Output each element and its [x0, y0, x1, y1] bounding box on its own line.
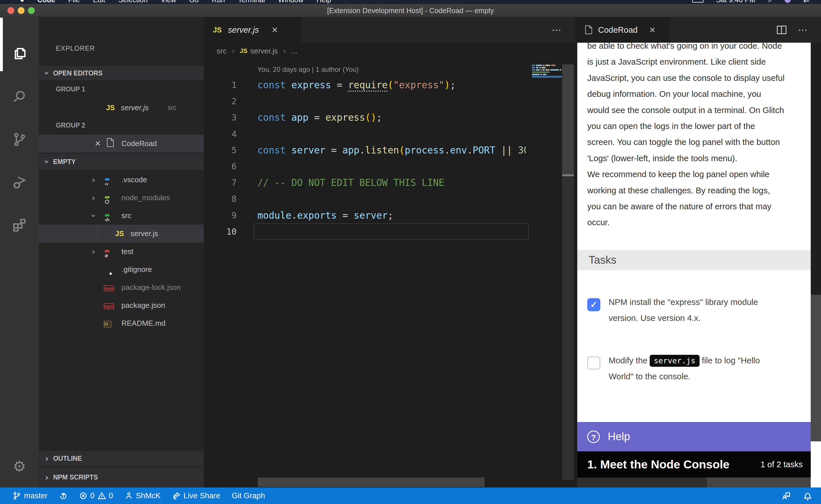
split-editor-icon[interactable] [777, 26, 787, 34]
webview-horizontal-scrollbar[interactable] [577, 478, 811, 487]
control-center-icon[interactable]: ⇄ [803, 0, 810, 4]
tree-item-label: server.js [130, 229, 158, 238]
code-line-9[interactable]: module.exports = server; [258, 207, 526, 224]
close-icon[interactable]: ✕ [271, 25, 278, 35]
search-icon[interactable] [0, 77, 39, 116]
line-number: 2 [204, 93, 237, 109]
code-token: ; [376, 112, 382, 123]
npm-icon: npm [104, 285, 114, 291]
tree-item-package-lock[interactable]: npm package-lock.json [39, 278, 204, 296]
tab-coderoad[interactable]: CodeRoad ✕ [575, 17, 670, 43]
code-token: express [325, 112, 365, 123]
menu-item-help[interactable]: Help [317, 0, 331, 4]
close-icon[interactable]: ✕ [649, 25, 656, 35]
open-editor-server-js[interactable]: JS server.js src [39, 99, 204, 117]
tree-item-src[interactable]: › ‹/› src [39, 207, 204, 225]
checkbox-empty-icon[interactable] [587, 357, 600, 370]
editor-vertical-scrollbar[interactable] [562, 64, 574, 480]
tree-item-label: test [121, 247, 133, 256]
folder-section-header[interactable]: › EMPTY [39, 154, 204, 170]
scrollbar-thumb[interactable] [811, 295, 821, 441]
chevron-right-icon: › [283, 47, 286, 55]
menu-item-selection[interactable]: Selection [118, 0, 148, 4]
spotlight-icon[interactable]: ⌕ [768, 0, 772, 4]
tree-item-server-js[interactable]: JS server.js [39, 225, 204, 243]
menu-item-edit[interactable]: Edit [93, 0, 105, 4]
source-control-icon[interactable] [0, 120, 39, 159]
code-line-10[interactable] [258, 224, 526, 240]
code-token: exports [297, 210, 337, 221]
user-account-status[interactable]: ShMcK [124, 491, 161, 500]
tree-item-readme[interactable]: M↓ README.md [39, 314, 204, 332]
task-text: NPM install the "express" library module… [608, 294, 797, 326]
checkbox-checked-icon[interactable]: ✓ [587, 298, 600, 311]
macos-menu-bar[interactable]: ●CodeFileEditSelectionViewGoRunTerminalW… [0, 0, 821, 4]
coderoad-panel: CodeRoad ✕ ⋯ be able to check what's goi… [575, 17, 821, 487]
code-line-1[interactable]: const express = require("express"); [258, 77, 526, 93]
problems-status[interactable]: 0 0 [79, 491, 113, 500]
gear-icon[interactable]: ⚙ [0, 452, 39, 481]
notifications-bell-icon[interactable] [803, 491, 812, 501]
menu-item-window[interactable]: Window [278, 0, 303, 4]
menu-item-view[interactable]: View [161, 0, 176, 4]
tree-item-test[interactable]: › ⌀ test [39, 243, 204, 261]
more-actions-icon[interactable]: ⋯ [551, 24, 562, 36]
git-branch-status[interactable]: master [13, 491, 48, 500]
editor-horizontal-scrollbar[interactable] [258, 478, 485, 487]
apple-menu-icon[interactable]: ● [20, 0, 24, 4]
npm-scripts-section-header[interactable]: › NPM SCRIPTS [39, 467, 204, 487]
outline-section-header[interactable]: › OUTLINE [39, 450, 204, 466]
live-share-button[interactable]: Live Share [172, 491, 221, 500]
menu-item-run[interactable]: Run [212, 0, 225, 4]
menu-item-terminal[interactable]: Terminal [238, 0, 265, 4]
breadcrumb[interactable]: src › JS server.js › ... [204, 43, 575, 59]
sidebar-title: EXPLORER [56, 42, 95, 55]
js-icon: JS [115, 230, 124, 238]
tree-item-package-json[interactable]: npm package.json [39, 296, 204, 314]
code-line-8[interactable] [258, 191, 526, 207]
code-editor[interactable]: You, 20 days ago | 1 author (You) 123456… [204, 59, 575, 487]
code-line-4[interactable] [258, 126, 526, 142]
help-section-header[interactable]: ? Help [577, 422, 811, 451]
tree-item-node-modules[interactable]: › ⬡ node_modules [39, 189, 204, 207]
code-line-5[interactable]: const server = app.listen(process.env.PO… [258, 142, 526, 158]
menu-item-file[interactable]: File [68, 0, 80, 4]
breadcrumb-src[interactable]: src [217, 47, 227, 56]
code-token: app [291, 112, 309, 123]
group-1-label: GROUP 1 [56, 85, 85, 93]
explorer-icon[interactable] [0, 35, 39, 73]
git-graph-button[interactable]: Git Graph [232, 491, 265, 500]
code-line-7[interactable]: // -- DO NOT EDIT BELOW THIS LINE [258, 175, 526, 191]
run-debug-icon[interactable] [0, 163, 39, 202]
npm-scripts-label: NPM SCRIPTS [53, 474, 98, 481]
breadcrumb-symbol[interactable]: ... [291, 47, 297, 56]
open-editor-coderoad[interactable]: ✕ CodeRoad [39, 135, 204, 153]
editor-group-1: GROUP 1 [39, 80, 204, 98]
code-line-2[interactable] [258, 93, 526, 109]
code-line-3[interactable]: const app = express(); [258, 109, 526, 126]
menu-item-code[interactable]: Code [37, 0, 55, 4]
tree-item-label: .gitignore [121, 265, 152, 274]
webview-vertical-scrollbar[interactable] [811, 43, 821, 487]
code-line-6[interactable] [258, 158, 526, 175]
scrollbar-thumb[interactable] [562, 64, 574, 175]
menu-item-go[interactable]: Go [189, 0, 199, 4]
tree-item-gitignore[interactable]: .gitignore [39, 261, 204, 278]
extensions-icon[interactable] [0, 206, 39, 244]
lesson-footer-bar[interactable]: 1. Meet the Node Console 1 of 2 tasks [577, 451, 811, 478]
tree-item-vscode[interactable]: › ‹› .vscode [39, 171, 204, 189]
close-icon[interactable]: ✕ [95, 139, 101, 148]
more-actions-icon[interactable]: ⋯ [798, 24, 808, 36]
sync-changes-button[interactable] [59, 491, 68, 500]
open-editors-header[interactable]: › OPEN EDITORS [39, 66, 204, 80]
scrollbar-thumb[interactable] [577, 478, 707, 487]
tab-server-js[interactable]: JS server.js ✕ [204, 17, 301, 43]
open-editor-label: server.js [121, 103, 148, 112]
tutorial-paragraph: be able to check what's going on in your… [587, 43, 810, 231]
chevron-right-icon: › [45, 454, 48, 463]
codelens-annotation[interactable]: You, 20 days ago | 1 author (You) [258, 65, 359, 73]
code-content[interactable]: const express = require("express");const… [258, 77, 526, 240]
feedback-icon[interactable] [782, 491, 791, 501]
breadcrumb-file[interactable]: server.js [250, 47, 278, 56]
siri-icon[interactable] [785, 0, 791, 3]
